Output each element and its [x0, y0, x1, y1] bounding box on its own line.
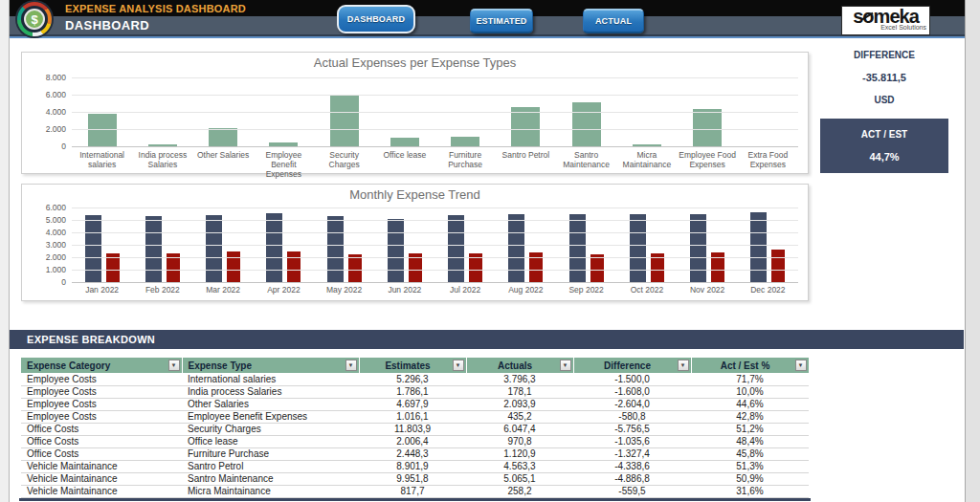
- chart-actual-expenses-panel: Actual Expenses per Expense Types 8.0006…: [21, 52, 809, 174]
- x-axis-label: Employee Food Expenses: [678, 150, 738, 180]
- chart-x-axis-labels: International salariesIndia process Sala…: [72, 150, 798, 180]
- chart-title: Monthly Expense Trend: [22, 187, 808, 202]
- column-header-label: Difference: [604, 360, 651, 371]
- y-axis-tick: 2.000: [26, 252, 66, 262]
- x-axis-label: Oct 2022: [616, 285, 677, 295]
- column-header-estimates: Estimates▼: [359, 358, 466, 373]
- column-header-label: Expense Type: [189, 360, 253, 371]
- next-section-edge: [19, 498, 811, 501]
- nav-button-dashboard[interactable]: DASHBOARD: [337, 5, 415, 33]
- x-axis-label: Nov 2022: [678, 285, 738, 295]
- column-header-label: Act / Est %: [721, 360, 770, 371]
- value-cell: 5.065,1: [466, 472, 573, 485]
- value-cell: 5.296,3: [359, 373, 466, 385]
- nav-button-estimated[interactable]: ESTIMATED: [470, 9, 533, 33]
- x-axis-label: Jun 2022: [374, 285, 434, 295]
- value-cell: 970,8: [466, 435, 573, 447]
- expense-category-cell: Employee Costs: [21, 373, 182, 385]
- filter-dropdown-button[interactable]: ▼: [345, 360, 357, 371]
- column-header-label: Estimates: [385, 360, 430, 371]
- filter-dropdown-button[interactable]: ▼: [678, 360, 689, 371]
- expense-category-cell: Employee Costs: [21, 398, 182, 410]
- value-cell: -2.604,0: [573, 398, 691, 410]
- value-cell: 1.786,1: [359, 385, 466, 398]
- x-axis-label: Jan 2022: [72, 285, 132, 295]
- value-cell: 3.796,3: [466, 373, 573, 385]
- value-cell: -1.035,6: [573, 435, 691, 447]
- x-axis-label: May 2022: [314, 285, 374, 295]
- value-cell: 31,6%: [691, 485, 809, 497]
- bar: [390, 138, 419, 146]
- x-axis-label: Santro Petrol: [496, 150, 556, 180]
- y-axis-tick: 5.000: [26, 215, 66, 225]
- kpi-difference-value: -35.811,5: [820, 72, 948, 83]
- estimates-bar: [206, 215, 222, 282]
- value-cell: -580,8: [573, 410, 691, 423]
- table-row: Office CostsSecurity Charges11.803,96.04…: [21, 423, 809, 435]
- y-axis-tick: 6.000: [26, 203, 66, 212]
- filter-dropdown-button[interactable]: ▼: [453, 360, 464, 371]
- expense-type-cell: Furniture Purchase: [182, 447, 359, 460]
- expense-type-cell: Employee Benefit Expenses: [182, 410, 359, 423]
- x-axis-label: Office lease: [374, 150, 434, 180]
- column-header-actuals: Actuals▼: [466, 358, 573, 373]
- table-row: Employee CostsIndia process Salaries1.78…: [21, 385, 809, 398]
- filter-dropdown-button[interactable]: ▼: [795, 360, 807, 371]
- expense-type-cell: Santro Maintenance: [182, 472, 359, 485]
- expense-category-cell: Employee Costs: [21, 410, 182, 423]
- value-cell: 44,6%: [691, 398, 809, 410]
- kpi-difference-unit: USD: [820, 95, 948, 105]
- kpi-difference-label: DIFFERENCE: [820, 50, 948, 60]
- value-cell: 9.951,8: [359, 472, 466, 485]
- estimates-bar: [448, 215, 464, 282]
- x-axis-label: India process Salaries: [132, 150, 192, 180]
- dashboard-screen: $ EXPENSE ANALYSIS DASHBOARD DASHBOARD D…: [0, 0, 980, 502]
- expense-category-cell: Vehicle Maintainance: [21, 472, 182, 485]
- value-cell: -1.500,0: [573, 373, 691, 385]
- x-axis-label: Jul 2022: [435, 285, 496, 295]
- column-header-label: Actuals: [498, 360, 532, 371]
- expense-type-cell: Santro Petrol: [182, 460, 359, 472]
- table-row: Vehicle MaintainanceSantro Petrol8.901,9…: [21, 460, 809, 472]
- estimates-bar: [266, 213, 282, 282]
- bar: [572, 102, 601, 146]
- value-cell: 10,0%: [691, 385, 809, 398]
- expense-type-cell: International salaries: [182, 373, 359, 385]
- value-cell: -1.608,0: [573, 385, 691, 398]
- estimates-bar: [569, 214, 586, 282]
- table-row: Vehicle MaintainanceMicra Maintainance81…: [21, 485, 809, 497]
- chart-plot-area: 8.0006.0004.0002.0000: [72, 77, 798, 146]
- column-header-expense-type: Expense Type▼: [182, 358, 359, 373]
- value-cell: 1.120,9: [466, 447, 573, 460]
- chart-plot-area: 6.0005.0004.0003.0002.0001.0000: [72, 207, 798, 282]
- x-axis-label: Micra Maintainance: [616, 150, 677, 180]
- actuals-bar: [771, 250, 785, 282]
- column-header-label: Expense Category: [27, 360, 110, 371]
- slashed-o: o: [862, 7, 873, 26]
- nav-buttons: DASHBOARDESTIMATEDACTUAL: [10, 0, 965, 38]
- value-cell: -4.886,8: [573, 472, 691, 485]
- kpi-act-est-value: 44,7%: [820, 151, 948, 163]
- y-axis-tick: 3.000: [26, 240, 66, 250]
- value-cell: 45,8%: [691, 447, 809, 460]
- y-axis-tick: 8.000: [26, 73, 66, 82]
- expense-category-cell: Office Costs: [21, 435, 182, 447]
- expense-category-cell: Vehicle Maintainance: [21, 460, 182, 472]
- nav-button-actual[interactable]: ACTUAL: [583, 9, 644, 33]
- value-cell: 4.563,3: [466, 460, 573, 472]
- actuals-bar: [348, 254, 362, 282]
- filter-dropdown-button[interactable]: ▼: [168, 360, 180, 371]
- chart-x-axis-labels: Jan 2022Feb 2022Mar 2022Apr 2022May 2022…: [72, 285, 798, 295]
- gridline: [72, 207, 798, 208]
- value-cell: 11.803,9: [359, 423, 466, 435]
- someka-logo: someka Excel Solutions: [841, 6, 930, 35]
- value-cell: 51,2%: [691, 423, 809, 435]
- kpi-difference-card: DIFFERENCE -35.811,5 USD: [820, 46, 948, 109]
- filter-dropdown-button[interactable]: ▼: [560, 360, 571, 371]
- expense-category-cell: Office Costs: [21, 423, 182, 435]
- y-axis-tick: 2.000: [26, 124, 66, 134]
- table-row: Employee CostsOther Salaries4.697,92.093…: [21, 398, 809, 410]
- y-axis-tick: 1.000: [26, 265, 66, 274]
- value-cell: 2.093,9: [466, 398, 573, 410]
- x-axis-label: Other Salaries: [193, 150, 254, 180]
